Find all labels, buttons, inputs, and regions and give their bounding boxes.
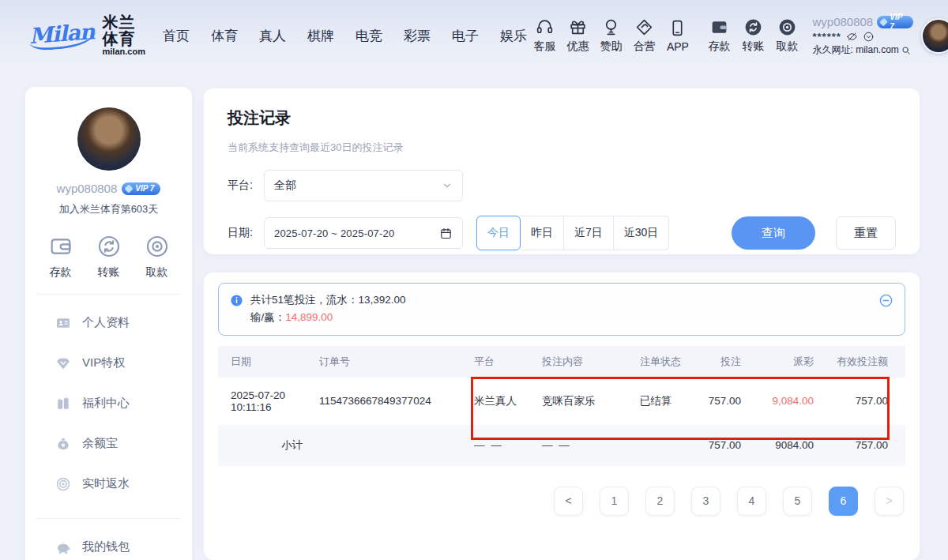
partner-label: 合营 bbox=[634, 39, 656, 54]
phone-icon bbox=[668, 18, 687, 38]
search-icon[interactable] bbox=[901, 45, 912, 56]
sidebar-withdraw-button[interactable]: 取款 bbox=[145, 234, 170, 280]
page-subtitle: 当前系统支持查询最近30日的投注记录 bbox=[228, 141, 896, 155]
table-row: 2025-07-20 10:11:16 1154736667849377024 … bbox=[218, 378, 905, 425]
subtotal-valid: 757.00 bbox=[831, 439, 905, 451]
pagination-prev-button[interactable]: < bbox=[554, 487, 583, 516]
table-header: 日期 订单号 平台 投注内容 注单状态 投注 派彩 有效投注额 bbox=[218, 346, 905, 378]
transfer-button[interactable]: 转账 bbox=[737, 17, 769, 54]
nav-item-live[interactable]: 真人 bbox=[259, 27, 286, 45]
summary-line2: 输/赢：14,899.00 bbox=[250, 309, 406, 326]
range-7days-button[interactable]: 近7日 bbox=[564, 216, 614, 250]
subtotal-content-dash: — — bbox=[529, 439, 627, 451]
partner-button[interactable]: 合营 bbox=[629, 17, 660, 54]
search-button[interactable]: 查询 bbox=[732, 216, 815, 250]
transfer-label: 转账 bbox=[742, 39, 764, 54]
col-order: 订单号 bbox=[307, 355, 461, 369]
deposit-button[interactable]: 存款 bbox=[703, 17, 735, 54]
sidebar-item-rebate[interactable]: 实时返水 bbox=[55, 464, 192, 504]
username-text: wyp080808 bbox=[812, 15, 873, 30]
service-button[interactable]: 客服 bbox=[529, 17, 560, 54]
logo-cn-text: 米兰体育 bbox=[103, 14, 145, 47]
user-avatar[interactable] bbox=[921, 18, 948, 54]
collapse-minus-icon[interactable] bbox=[878, 293, 893, 308]
subtotal-row: 小计 — — — — 757.00 9084.00 757.00 bbox=[218, 425, 905, 466]
cell-status: 已结算 bbox=[627, 394, 700, 408]
site-logo[interactable]: Milan 米兰体育 milan.com bbox=[29, 14, 145, 57]
sidebar-avatar[interactable] bbox=[77, 107, 141, 171]
col-platform: 平台 bbox=[461, 355, 529, 369]
sidebar-item-welfare[interactable]: 福利中心 bbox=[55, 383, 192, 423]
pagination-next-button[interactable]: > bbox=[875, 487, 904, 516]
range-yesterday-button[interactable]: 昨日 bbox=[521, 216, 564, 250]
cell-platform: 米兰真人 bbox=[461, 394, 529, 408]
sidebar-item-profile[interactable]: 个人资料 bbox=[55, 303, 192, 343]
pagination-page-4[interactable]: 4 bbox=[737, 487, 766, 516]
deposit-label: 存款 bbox=[708, 39, 730, 54]
date-quick-ranges: 今日 昨日 近7日 近30日 bbox=[477, 216, 669, 250]
winloss-value: 14,899.00 bbox=[285, 311, 333, 323]
records-card: 共计51笔投注，流水：13,392.00 输/赢：14,899.00 日期 订单… bbox=[204, 272, 920, 560]
withdraw-icon bbox=[777, 17, 797, 37]
nav-item-home[interactable]: 首页 bbox=[163, 27, 190, 45]
transfer-outline-icon bbox=[96, 234, 122, 259]
logo-domain-text: milan.com bbox=[103, 47, 145, 57]
sidebar-transfer-button[interactable]: 转账 bbox=[96, 234, 122, 280]
cell-date: 2025-07-20 10:11:16 bbox=[218, 389, 307, 413]
reset-button[interactable]: 重置 bbox=[836, 216, 896, 250]
service-label: 客服 bbox=[533, 39, 555, 54]
sponsor-button[interactable]: 赞助 bbox=[596, 17, 626, 54]
vip-diamond-icon bbox=[879, 18, 888, 27]
sidebar-deposit-button[interactable]: 存款 bbox=[48, 234, 73, 280]
pagination-page-6-active[interactable]: 6 bbox=[829, 487, 858, 516]
pagination-page-1[interactable]: 1 bbox=[600, 487, 629, 516]
cell-content: 竞咪百家乐 bbox=[529, 394, 627, 408]
sidebar-username: wyp080808 bbox=[57, 182, 118, 195]
money-bag-icon bbox=[55, 436, 71, 452]
promo-button[interactable]: 优惠 bbox=[562, 17, 593, 54]
pagination: < 1 2 3 4 5 6 > bbox=[218, 487, 905, 516]
range-today-button[interactable]: 今日 bbox=[476, 216, 521, 250]
withdraw-button[interactable]: 取款 bbox=[771, 17, 803, 54]
sidebar-item-wallet[interactable]: 我的钱包 bbox=[55, 527, 192, 560]
subtotal-platform-dash: — — bbox=[461, 439, 529, 451]
welfare-icon bbox=[55, 396, 71, 412]
platform-select[interactable]: 全部 bbox=[264, 170, 463, 201]
date-label: 日期: bbox=[228, 226, 264, 240]
col-status: 注单状态 bbox=[627, 355, 700, 369]
calendar-icon bbox=[439, 227, 453, 240]
range-30days-button[interactable]: 近30日 bbox=[614, 216, 670, 250]
permanent-url-text: 永久网址: milan.com bbox=[812, 44, 898, 56]
nav-item-lottery[interactable]: 彩票 bbox=[404, 27, 431, 45]
nav-item-entertainment[interactable]: 娱乐 bbox=[500, 27, 527, 45]
main-nav: 首页 体育 真人 棋牌 电竞 彩票 电子 娱乐 bbox=[163, 27, 527, 45]
nav-item-sports[interactable]: 体育 bbox=[211, 27, 238, 45]
col-date: 日期 bbox=[218, 355, 307, 369]
transfer-icon bbox=[743, 17, 763, 37]
refresh-circle-icon[interactable] bbox=[863, 31, 875, 43]
date-range-input[interactable]: 2025-07-20 ~ 2025-07-20 bbox=[264, 217, 463, 249]
sidebar: wyp080808 VIP 7 加入米兰体育第603天 存款 转账 取款 个人资… bbox=[25, 87, 192, 560]
pagination-page-3[interactable]: 3 bbox=[691, 487, 720, 516]
join-days-text: 加入米兰体育第603天 bbox=[25, 202, 192, 216]
pagination-page-5[interactable]: 5 bbox=[783, 487, 812, 516]
col-valid: 有效投注额 bbox=[831, 355, 905, 369]
rebate-coin-icon bbox=[55, 476, 71, 492]
subtotal-label: 小计 bbox=[218, 438, 307, 453]
id-card-icon bbox=[55, 315, 71, 331]
app-button[interactable]: APP bbox=[662, 18, 693, 53]
sidebar-menu: 个人资料 VIP特权 福利中心 余额宝 实时返水 bbox=[25, 295, 192, 504]
date-range-value: 2025-07-20 ~ 2025-07-20 bbox=[274, 227, 394, 239]
eye-slash-icon[interactable] bbox=[846, 31, 858, 43]
platform-select-value: 全部 bbox=[274, 179, 296, 193]
sidebar-item-yuebao[interactable]: 余额宝 bbox=[55, 423, 192, 464]
sidebar-item-vip[interactable]: VIP特权 bbox=[55, 343, 192, 383]
summary-banner: 共计51笔投注，流水：13,392.00 输/赢：14,899.00 bbox=[218, 283, 905, 336]
nav-item-cards[interactable]: 棋牌 bbox=[307, 27, 334, 45]
subtotal-payout: 9084.00 bbox=[758, 439, 831, 451]
cell-valid: 757.00 bbox=[831, 395, 905, 407]
pagination-page-2[interactable]: 2 bbox=[645, 487, 675, 516]
nav-item-slots[interactable]: 电子 bbox=[452, 27, 479, 45]
nav-item-esports[interactable]: 电竞 bbox=[356, 27, 382, 45]
vip-diamond-icon bbox=[125, 184, 134, 193]
